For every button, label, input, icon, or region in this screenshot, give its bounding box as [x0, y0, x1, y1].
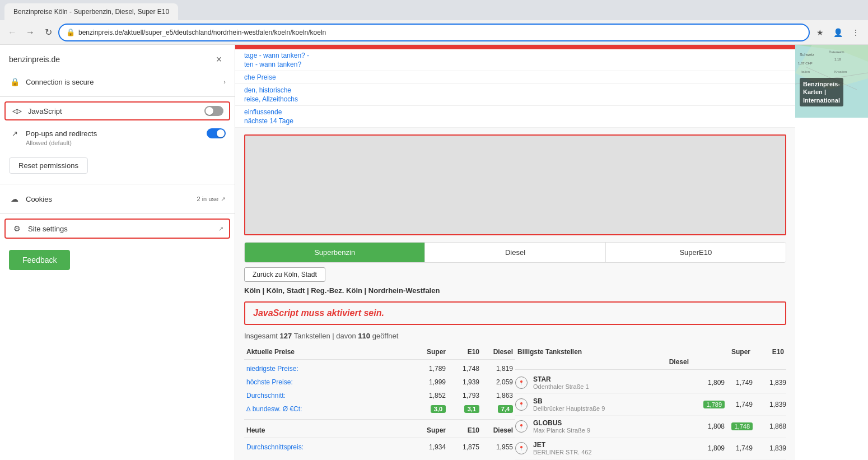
- site-settings-row[interactable]: ⚙ Site settings ↗: [4, 219, 230, 239]
- avg-e10: 1,793: [448, 391, 482, 401]
- stations-header-super: Super: [725, 347, 753, 357]
- nav-link-5[interactable]: reise, Allzeithochs: [244, 95, 786, 103]
- avg-super: 1,852: [414, 391, 448, 401]
- reset-permissions-button[interactable]: Reset permissions: [9, 157, 88, 174]
- stats-summary: Insgesamt 127 Tankstellen | davon 110 ge…: [244, 332, 786, 340]
- active-tab[interactable]: Benzinpreise Köln - Superbenzin, Diesel,…: [4, 3, 178, 20]
- ad-placeholder: [244, 134, 786, 235]
- jet1-diesel: 1,839: [753, 444, 786, 452]
- menu-button[interactable]: ⋮: [848, 25, 864, 40]
- divider-1: [0, 96, 235, 97]
- reset-permissions-wrap: Reset permissions: [0, 152, 235, 179]
- breadcrumb: Köln | Köln, Stadt | Reg.-Bez. Köln | No…: [244, 286, 786, 295]
- map-image[interactable]: Schweiz Österreich Italien Kroatien 1,37…: [795, 45, 868, 118]
- today-row-avg: Durchschnittspreis: 1,934 1,875 1,955: [244, 440, 515, 454]
- url-bar[interactable]: 🔒 benzinpreis.de/aktuell/super_e5/deutsc…: [58, 24, 810, 41]
- lock-icon[interactable]: 🔒: [66, 28, 75, 36]
- jet1-e10: 1,749: [725, 444, 753, 452]
- station-name-star: STAR: [533, 375, 691, 383]
- popups-toggle-knob: [217, 129, 225, 137]
- sb-diesel: 1,839: [753, 401, 786, 408]
- tab-supere10[interactable]: SuperE10: [606, 243, 786, 262]
- connection-item[interactable]: 🔒 Connection is secure ›: [0, 72, 235, 92]
- back-to-koeln-button[interactable]: Zurück zu Köln, Stadt: [244, 267, 325, 282]
- today-header-label: Heute: [244, 425, 414, 435]
- bookmark-button[interactable]: ★: [812, 25, 828, 40]
- today-avg-e10: 1,875: [448, 442, 482, 452]
- site-popup: benzinpreis.de × 🔒 Connection is secure …: [0, 45, 235, 460]
- today-avg-super: 1,934: [414, 442, 448, 452]
- today-avg-label: Durchschnittspreis:: [244, 442, 414, 452]
- js-warning: JavaScript muss aktiviert sein.: [244, 301, 786, 325]
- station-sb: 📍 SB Dellbrücker Hauptstraße 9 1,789 1,7…: [515, 394, 786, 416]
- javascript-icon: ◁▷: [11, 108, 22, 115]
- popups-label: Pop-ups and redirects: [26, 129, 207, 138]
- fuel-tabs: Superbenzin Diesel SuperE10: [244, 242, 786, 263]
- javascript-toggle-wrap: [204, 106, 223, 116]
- price-row-highest: höchste Preise: 1,999 1,939 2,059: [244, 375, 515, 389]
- nav-links-2: che Preise: [235, 71, 795, 84]
- stations-table-header: Billigste Tankstellen Super E10 Diesel: [515, 345, 786, 370]
- svg-text:Italien: Italien: [801, 70, 810, 73]
- tab-superbenzin[interactable]: Superbenzin: [245, 243, 425, 262]
- station-name-globus: GLOBUS: [533, 419, 691, 427]
- nav-link-3[interactable]: che Preise: [244, 73, 786, 81]
- toolbar-actions: ★ 👤 ⋮: [812, 25, 864, 40]
- popup-close-button[interactable]: ×: [212, 53, 226, 66]
- connection-label: Connection is secure: [26, 78, 223, 86]
- lowest-super: 1,789: [414, 364, 448, 374]
- nav-link-6[interactable]: einflussende: [244, 108, 786, 116]
- today-header-e10: E10: [448, 425, 482, 435]
- highest-e10: 1,939: [448, 377, 482, 387]
- cookies-external-icon: ↗: [221, 196, 226, 203]
- today-table-header: Heute Super E10 Diesel: [244, 423, 515, 438]
- popups-icon: ↗: [9, 129, 20, 138]
- price-header-diesel: Diesel: [482, 347, 515, 357]
- station-pin-star: 📍: [515, 377, 528, 389]
- delta-e10: 3,1: [448, 404, 482, 414]
- lowest-e10: 1,748: [448, 364, 482, 374]
- stations-header-label: Billigste Tankstellen: [515, 347, 725, 357]
- popups-row-top: ↗ Pop-ups and redirects: [9, 128, 226, 138]
- nav-link-4[interactable]: den, historische: [244, 86, 786, 94]
- reload-button[interactable]: ↻: [40, 25, 56, 40]
- divider-3: [0, 213, 235, 214]
- back-button[interactable]: ←: [4, 25, 20, 40]
- star-diesel: 1,839: [753, 379, 786, 387]
- profile-button[interactable]: 👤: [830, 25, 846, 40]
- toggle-knob: [206, 107, 213, 115]
- today-avg-diesel: 1,955: [482, 442, 515, 452]
- tab-diesel[interactable]: Diesel: [425, 243, 605, 262]
- stats-suffix: geöffnet: [370, 332, 398, 340]
- price-row-avg: Durchschnitt: 1,852 1,793 1,863: [244, 389, 515, 402]
- map-label: Benzinpreis-Karten |International: [800, 78, 843, 106]
- price-row-lowest: niedrigste Preise: 1,789 1,748 1,819: [244, 362, 515, 375]
- station-info-jet1: JET BERLINER STR. 462: [533, 441, 691, 456]
- right-stations-table: Billigste Tankstellen Super E10 Diesel 📍…: [515, 345, 786, 460]
- globus-e10: 1,748: [731, 422, 753, 430]
- feedback-button[interactable]: Feedback: [9, 250, 70, 270]
- highest-label: höchste Preise:: [244, 377, 414, 387]
- toolbar: ← → ↻ 🔒 benzinpreis.de/aktuell/super_e5/…: [0, 20, 868, 45]
- main-content: tage - wann tanken? - ten - wann tanken?…: [235, 45, 795, 460]
- forward-button[interactable]: →: [22, 25, 38, 40]
- station-info-sb: SB Dellbrücker Hauptstraße 9: [533, 397, 691, 412]
- cookies-row[interactable]: ☁ Cookies 2 in use ↗: [0, 189, 235, 209]
- avg-diesel: 1,863: [482, 391, 515, 401]
- popups-toggle[interactable]: [207, 128, 226, 138]
- stats-middle: Tankstellen | davon: [292, 332, 358, 340]
- nav-link-1[interactable]: tage - wann tanken? -: [244, 52, 786, 59]
- globus-super: 1,808: [691, 422, 725, 430]
- stats-prefix: Insgesamt: [244, 332, 280, 340]
- js-warning-text: JavaScript muss aktiviert sein.: [253, 308, 384, 318]
- data-section: Aktuelle Preise Super E10 Diesel niedrig…: [235, 345, 795, 460]
- price-header-label: Aktuelle Preise: [244, 347, 414, 357]
- nav-link-7[interactable]: nächste 14 Tage: [244, 117, 786, 125]
- station-name-sb: SB: [533, 397, 691, 405]
- nav-link-2[interactable]: ten - wann tanken?: [244, 61, 786, 68]
- station-addr-jet1: BERLINER STR. 462: [533, 449, 691, 456]
- javascript-toggle[interactable]: [204, 106, 223, 116]
- url-text: benzinpreis.de/aktuell/super_e5/deutschl…: [78, 29, 802, 36]
- globus-e10-wrap: 1,748: [725, 422, 753, 430]
- station-name-jet1: JET: [533, 441, 691, 449]
